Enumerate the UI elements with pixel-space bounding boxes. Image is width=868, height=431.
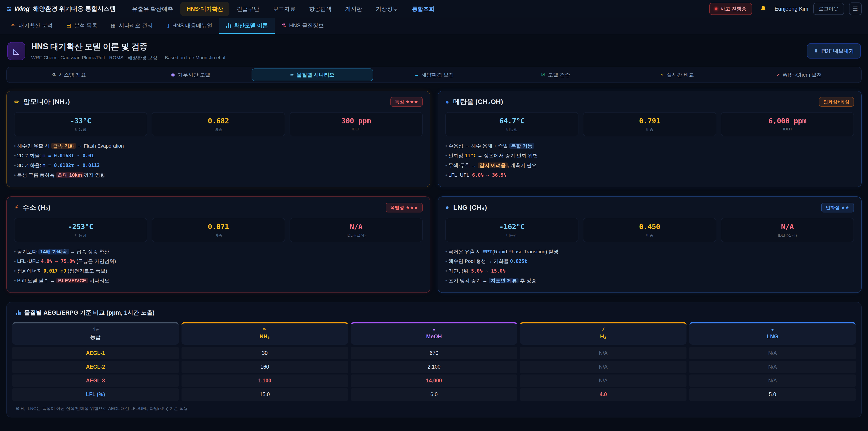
subnav-item[interactable]: ⚗HNS 물질정보 xyxy=(275,18,331,34)
stat-box: 0.450비중 xyxy=(583,218,716,242)
topnav-item[interactable]: 항공탐색 xyxy=(303,2,338,16)
table-cell: 2,100 xyxy=(351,361,518,373)
table-cell: 15.0 xyxy=(182,388,348,401)
subnav-item[interactable]: ▯HNS 대응매뉴얼 xyxy=(160,18,219,34)
chemical-bullet-list: 공기보다 14배 가벼움 → 급속 상승 확산LFL~UFL: 4.0% ~ 7… xyxy=(14,247,423,286)
card-bullet: 극저온 유출 시 RPT(Rapid Phase Transition) 발생 xyxy=(445,247,854,257)
lng-icon: ● xyxy=(445,204,449,211)
stat-value: N/A xyxy=(292,222,421,231)
stat-label: IDLH xyxy=(723,127,852,131)
aegl-table-body: AEGL-130670N/AN/AAEGL-21602,100N/AN/AAEG… xyxy=(12,347,856,401)
table-cell: N/A xyxy=(520,361,686,373)
topnav-item[interactable]: 보고자료 xyxy=(267,2,302,16)
stat-row: -253°C비등점0.071비중N/AIDLH(질식) xyxy=(14,218,423,242)
topnav-item[interactable]: 유출유 확산예측 xyxy=(126,2,180,16)
subnav-item[interactable]: ✏대기확산 분석 xyxy=(4,18,59,34)
aegl-comparison-panel: 물질별 AEGL/ERPG 기준 비교 (ppm, 1시간 노출) 기준등급✏N… xyxy=(6,302,862,418)
chemical-title: LNG (CH₄) xyxy=(453,204,487,211)
table-column-header: ●LNG xyxy=(689,322,856,345)
clipboard-icon: ▤ xyxy=(66,23,71,29)
topnav-item[interactable]: 게시판 xyxy=(339,2,368,16)
section-tab[interactable]: ⚡실시간 비교 xyxy=(616,68,738,81)
stat-box: 300 ppmIDLH xyxy=(289,112,423,136)
chemical-bullet-list: 수용성 → 해수 용해 + 증발 복합 거동인화점 11°C → 상온에서 증기… xyxy=(445,141,854,180)
menu-hamburger-icon[interactable]: ☰ xyxy=(849,2,862,15)
section-tab-label: 해양환경 보정 xyxy=(421,71,454,79)
subnav-item-label: 대기확산 분석 xyxy=(19,22,53,29)
nh3-column-icon: ✏ xyxy=(182,327,348,332)
card-bullet: 2D 기화율: m = 0.0168t - 0.01 xyxy=(14,151,423,161)
section-tab[interactable]: ☑모델 검증 xyxy=(495,68,616,81)
top-navbar: ≋ Wing 해양환경 위기대응 통합시스템 유출유 확산예측HNS·대기확산긴… xyxy=(0,0,868,18)
table-cell: 6.0 xyxy=(351,388,518,401)
sub-navbar: ✏대기확산 분석▤분석 목록▦시나리오 관리▯HNS 대응매뉴얼확산모델 이론⚗… xyxy=(0,18,868,34)
page-header: ◺ HNS 대기확산 모델 이론 및 검증 WRF-Chem · Gaussia… xyxy=(6,34,862,67)
section-tab[interactable]: ☁해양환경 보정 xyxy=(373,68,495,81)
marine-correction-cloud-icon: ☁ xyxy=(414,72,418,78)
subnav-item-label: HNS 물질정보 xyxy=(289,22,324,29)
hydrogen-icon: ⚡ xyxy=(14,204,19,211)
stat-box: 0.682비중 xyxy=(152,112,285,136)
section-tab[interactable]: ⚗시스템 개요 xyxy=(8,68,130,81)
stat-value: 6,000 ppm xyxy=(723,117,852,125)
stat-box: N/AIDLH(질식) xyxy=(721,218,854,242)
section-tab[interactable]: ↗WRF-Chem 발전 xyxy=(738,68,860,81)
notification-bell-icon[interactable] xyxy=(757,2,770,15)
logout-button[interactable]: 로그아웃 xyxy=(813,3,844,15)
stat-box: -33°C비등점 xyxy=(14,112,147,136)
card-bullet: Puff 모델 필수 → BLEVE/VCE 시나리오 xyxy=(14,276,423,286)
pdf-export-button[interactable]: ⇩ PDF 내보내기 xyxy=(807,43,861,59)
section-tab-label: 물질별 시나리오 xyxy=(297,71,334,79)
table-column-sub: 기준 xyxy=(12,327,179,332)
chemical-title: 암모니아 (NH₃) xyxy=(23,97,70,106)
card-bullet: 수용성 → 해수 용해 + 증발 복합 거동 xyxy=(445,141,854,151)
chemical-card-header: ✏암모니아 (NH₃)독성 ★★★ xyxy=(14,97,423,107)
table-row: AEGL-31,10014,000N/AN/A xyxy=(12,374,856,387)
section-tab[interactable]: ✏물질별 시나리오 xyxy=(252,68,373,81)
section-tab-label: 모델 검증 xyxy=(548,71,570,79)
flask-icon: ⚗ xyxy=(281,23,286,29)
topnav-item[interactable]: 긴급구난 xyxy=(230,2,266,16)
scenario-pencil-icon: ✏ xyxy=(290,72,294,78)
stat-label: 비중 xyxy=(154,127,283,132)
table-cell: 14,000 xyxy=(351,374,518,387)
model-validation-check-icon: ☑ xyxy=(541,72,545,78)
topnav-menu: 유출유 확산예측HNS·대기확산긴급구난보고자료항공탐색게시판기상정보통합조회 xyxy=(126,2,441,16)
table-row: LFL (%)15.06.04.05.0 xyxy=(12,388,856,401)
table-row: AEGL-21602,100N/AN/A xyxy=(12,361,856,373)
stat-row: -33°C비등점0.682비중300 ppmIDLH xyxy=(14,112,423,136)
pdf-export-label: PDF 내보내기 xyxy=(822,48,854,55)
stat-box: 0.791비중 xyxy=(583,112,716,136)
table-row-label: AEGL-2 xyxy=(12,361,179,373)
table-column-label: LNG xyxy=(689,333,856,340)
table-cell: 30 xyxy=(182,347,348,359)
topnav-item[interactable]: HNS·대기확산 xyxy=(180,2,229,16)
subnav-item[interactable]: ▤분석 목록 xyxy=(59,18,104,34)
subnav-item[interactable]: 확산모델 이론 xyxy=(219,18,275,34)
aegl-table-title: 물질별 AEGL/ERPG 기준 비교 (ppm, 1시간 노출) xyxy=(12,309,856,317)
table-row-label: LFL (%) xyxy=(12,388,179,401)
card-bullet: LFL~UFL: 4.0% ~ 75.0% (극넓은 가연범위) xyxy=(14,256,423,266)
table-cell: N/A xyxy=(520,347,686,359)
wrf-chem-rocket-icon: ↗ xyxy=(776,72,780,78)
chemical-bullet-list: 해수면 유출 시 급속 기화 → Flash Evaporation2D 기화율… xyxy=(14,141,423,180)
stat-value: -162°C xyxy=(447,222,576,231)
stat-box: N/AIDLH(질식) xyxy=(289,218,423,242)
page-title: HNS 대기확산 모델 이론 및 검증 xyxy=(31,41,226,52)
table-cell: N/A xyxy=(520,374,686,387)
section-tab[interactable]: ◉가우시안 모델 xyxy=(130,68,251,81)
app-logo[interactable]: ≋ Wing 해양환경 위기대응 통합시스템 xyxy=(6,5,116,13)
stat-value: 0.071 xyxy=(154,222,283,231)
meoh-column-icon: ● xyxy=(351,327,518,332)
pencil-icon: ✏ xyxy=(11,23,16,29)
subnav-item[interactable]: ▦시나리오 관리 xyxy=(104,18,160,34)
chart-icon xyxy=(226,23,231,28)
stat-box: 6,000 ppmIDLH xyxy=(721,112,854,136)
lng-column-icon: ● xyxy=(689,327,856,332)
ammonia-icon: ✏ xyxy=(14,98,19,105)
card-bullet: 공기보다 14배 가벼움 → 급속 상승 확산 xyxy=(14,247,423,257)
stat-value: N/A xyxy=(723,222,852,231)
stat-value: -33°C xyxy=(16,117,145,125)
topnav-item[interactable]: 기상정보 xyxy=(369,2,405,16)
topnav-item[interactable]: 통합조회 xyxy=(405,2,441,16)
